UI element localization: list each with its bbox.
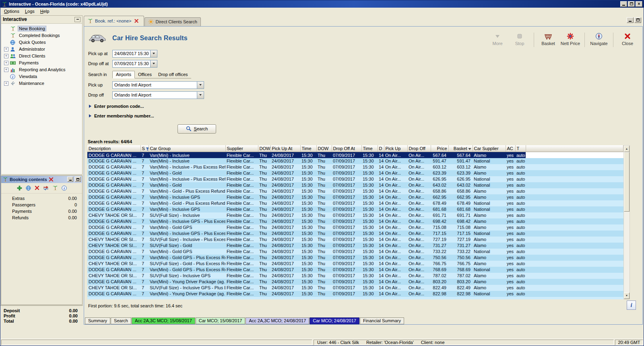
result-row[interactable]: CHEVY TAHOE OR SI...7SUV(Full Size) - Go… bbox=[87, 243, 623, 249]
tab-direct-clients-search[interactable]: Direct Clients Search bbox=[144, 17, 201, 26]
nett-price-button[interactable]: Nett Price bbox=[560, 33, 580, 46]
result-row[interactable]: DODGE G CARAVAN ...7Van(Mini) - Inclusiv… bbox=[87, 231, 623, 237]
sidebar-item-viewdata[interactable]: iViewdata bbox=[1, 73, 82, 80]
menu-item-options[interactable]: Options bbox=[1, 8, 22, 14]
result-row[interactable]: DODGE G CARAVAN ...7Van(Mini) - Inclusiv… bbox=[87, 176, 623, 182]
search-button[interactable]: Search bbox=[178, 124, 216, 134]
result-row[interactable]: CHEVY TAHOE OR SI...7SUV(Full Size) - In… bbox=[87, 273, 623, 279]
result-row[interactable]: DODGE G CARAVAN ...7Van(Mini) - Gold - P… bbox=[87, 200, 623, 206]
sidebar-item-direct-clients[interactable]: +Direct Clients bbox=[1, 53, 82, 60]
search-in-tab-drop-off-offices[interactable]: Drop off offices bbox=[155, 71, 191, 78]
result-row[interactable]: DODGE G CARAVAN ...7Van(Mini) - Inclusiv… bbox=[87, 218, 623, 224]
expand-icon[interactable]: + bbox=[4, 61, 8, 65]
result-row[interactable]: CHEVY TAHOE OR SI...7SUV(Full Size) - In… bbox=[87, 285, 623, 291]
scroll-up-button[interactable]: ▲ bbox=[624, 146, 630, 152]
panel-restore-button[interactable] bbox=[75, 177, 81, 182]
navigate-button[interactable]: Navigate bbox=[589, 33, 609, 46]
add-button[interactable] bbox=[17, 185, 22, 191]
vertical-scrollbar[interactable]: ▲ ▼ bbox=[623, 145, 630, 299]
close-tab-icon[interactable] bbox=[134, 19, 138, 23]
pickup-airport-combo[interactable]: Orlando Intl Airport bbox=[112, 81, 204, 89]
bottom-tab-summary[interactable]: Summary bbox=[85, 317, 110, 324]
expand-icon[interactable]: + bbox=[4, 47, 8, 51]
sidebar-item-administrator[interactable]: +Administrator bbox=[1, 46, 82, 53]
column-header-d-10[interactable]: D bbox=[378, 145, 384, 152]
result-row[interactable]: CHEVY TAHOE OR SI...7SUV(Full Size) - Go… bbox=[87, 261, 623, 267]
more-button[interactable]: More bbox=[487, 33, 508, 46]
dropoff-airport-combo[interactable]: Orlando Intl Airport bbox=[112, 91, 204, 99]
result-row[interactable]: DODGE G CARAVAN ...7Van(Mini) - Inclusiv… bbox=[87, 158, 623, 164]
result-row[interactable]: DODGE G CARAVAN ...7Van(Mini) - Gold GPS… bbox=[87, 224, 623, 231]
expand-icon[interactable]: + bbox=[4, 68, 8, 72]
result-row[interactable]: DODGE G CARAVAN ...7Van(Mini) - Gold GPS… bbox=[87, 255, 623, 261]
result-row[interactable]: DODGE G CARAVAN ...7Van(Mini) - GoldFlex… bbox=[87, 170, 623, 176]
column-header-drop-off-at-8[interactable]: Drop Off At bbox=[332, 145, 361, 152]
result-row[interactable]: CHEVY TAHOE OR SI...7SUV(Full Size) - In… bbox=[87, 212, 623, 218]
column-header-supplier-3[interactable]: Supplier bbox=[225, 145, 258, 152]
info-button[interactable]: i bbox=[62, 185, 67, 191]
scroll-thumb[interactable] bbox=[624, 152, 630, 212]
search-in-tab-offices[interactable]: Offices bbox=[135, 71, 155, 78]
menu-item-help[interactable]: Help bbox=[37, 8, 52, 14]
column-header-pick-up-11[interactable]: Pick Up bbox=[384, 145, 407, 152]
close-button[interactable]: Close bbox=[617, 33, 638, 46]
result-row[interactable]: DODGE G CARAVAN ...7Van(Mini) - Inclusiv… bbox=[87, 152, 623, 158]
column-header-ac-16[interactable]: AC bbox=[506, 145, 515, 152]
sidebar-item-new-booking[interactable]: New Booking bbox=[1, 25, 82, 32]
column-header-drop-off-12[interactable]: Drop Off bbox=[407, 145, 431, 152]
sidebar-item-quick-quotes[interactable]: Quick Quotes bbox=[1, 39, 82, 46]
delete-button[interactable] bbox=[35, 185, 39, 190]
bottom-tab-car-mco-15-08-2017[interactable]: Car MCO; 15/08/2017 bbox=[196, 317, 246, 324]
panel-minimize-button[interactable] bbox=[67, 177, 73, 182]
column-header-time-9[interactable]: Time bbox=[361, 145, 378, 152]
membership-number-expander[interactable]: Enter membership number... bbox=[89, 113, 642, 118]
column-header-car-group-2[interactable]: Car Group bbox=[149, 145, 225, 152]
chevron-down-icon[interactable] bbox=[197, 92, 204, 99]
result-row[interactable]: DODGE G CARAVAN ...7Van(Mini) - Young Dr… bbox=[87, 291, 623, 297]
result-row[interactable]: DODGE G CARAVAN ...7Van(Mini) - Gold - P… bbox=[87, 188, 623, 194]
pickup-datetime-combo[interactable]: 24/08/2017 15:30 bbox=[112, 50, 157, 58]
promotion-code-expander[interactable]: Enter promotion code... bbox=[89, 104, 642, 109]
bottom-tab-car-mco-24-08-2017[interactable]: Car MCO; 24/08/2017 bbox=[310, 317, 359, 324]
result-row[interactable]: DODGE G CARAVAN ...7Van(Mini) - Inclusiv… bbox=[87, 164, 623, 170]
sidebar-item-reporting-and-analytics[interactable]: +Reporting and Analytics bbox=[1, 66, 82, 73]
column-header-basket-14[interactable]: Basket bbox=[448, 145, 473, 152]
bottom-tab-financial-summary[interactable]: Financial Summary bbox=[360, 317, 404, 324]
transfer-button[interactable] bbox=[43, 185, 49, 190]
column-header-car-supplier-15[interactable]: Car Supplier bbox=[473, 145, 506, 152]
info-button[interactable]: i bbox=[627, 301, 636, 310]
column-header-time-6[interactable]: Time bbox=[300, 145, 316, 152]
palm-tree-button[interactable] bbox=[52, 185, 58, 191]
scroll-track[interactable] bbox=[624, 212, 630, 292]
column-header-dow-4[interactable]: DOW bbox=[258, 145, 270, 152]
column-header-description-0[interactable]: Description bbox=[87, 145, 140, 152]
stop-button[interactable]: Stop bbox=[510, 33, 530, 46]
bottom-tab-acc-2a-3c-mco-24-08-2017[interactable]: Acc 2A,3C MCO; 24/08/2017 bbox=[246, 317, 309, 324]
column-header-price-13[interactable]: Price bbox=[431, 145, 448, 152]
chevron-down-icon[interactable] bbox=[197, 82, 204, 89]
column-header-s-1[interactable]: S bbox=[140, 145, 149, 152]
column-header-dow-7[interactable]: DOW bbox=[316, 145, 332, 152]
scroll-down-button[interactable]: ▼ bbox=[624, 292, 630, 299]
column-header-pick-up-at-5[interactable]: Pick Up At bbox=[270, 145, 300, 152]
result-row[interactable]: CHEVY TAHOE OR SI...7SUV(Full Size) - In… bbox=[87, 237, 623, 243]
result-row[interactable]: DODGE G CARAVAN ...7Van(Mini) - Young Dr… bbox=[87, 279, 623, 285]
search-in-tab-airports[interactable]: Airports bbox=[112, 71, 135, 78]
mdi-minimize-button[interactable] bbox=[627, 17, 634, 23]
sidebar-item-payments[interactable]: +Payments bbox=[1, 60, 82, 66]
chevron-down-icon[interactable] bbox=[150, 50, 157, 57]
basket-button[interactable]: Basket bbox=[538, 33, 558, 46]
minimize-button[interactable] bbox=[620, 1, 627, 7]
result-row[interactable]: DODGE G CARAVAN ...7Van(Mini) - Inclusiv… bbox=[87, 206, 623, 212]
result-row[interactable]: DODGE G CARAVAN ...7Van(Mini) - Inclusiv… bbox=[87, 194, 623, 200]
globe-button[interactable] bbox=[26, 185, 31, 191]
dropoff-datetime-combo[interactable]: 07/09/2017 15:30 bbox=[112, 60, 157, 68]
result-row[interactable]: DODGE G CARAVAN ...7Van(Mini) - GoldFlex… bbox=[87, 182, 623, 188]
expand-icon[interactable]: + bbox=[4, 54, 8, 58]
close-window-button[interactable]: × bbox=[636, 1, 642, 7]
result-row[interactable]: DODGE G CARAVAN ...7Van(Mini) - Gold GPS… bbox=[87, 267, 623, 273]
column-header-t-17[interactable]: T bbox=[515, 145, 526, 152]
expand-icon[interactable]: + bbox=[4, 81, 8, 86]
bottom-tab-search[interactable]: Search bbox=[111, 317, 131, 324]
mdi-restore-button[interactable] bbox=[634, 17, 641, 23]
